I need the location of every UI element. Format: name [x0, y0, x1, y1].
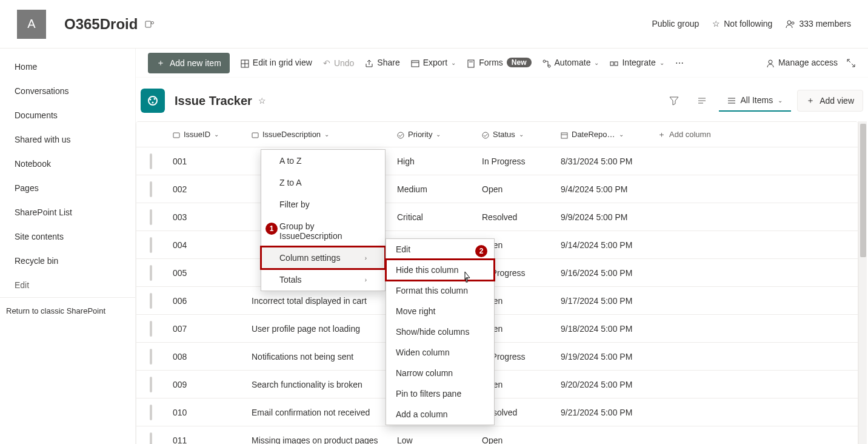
more-commands[interactable]: ⋯: [675, 58, 684, 68]
chevron-down-icon: ⌄: [778, 97, 783, 104]
table-row[interactable]: 007 User profile page not loading Open 9…: [136, 315, 858, 343]
svg-rect-30: [561, 133, 567, 138]
table-row[interactable]: 005 In Progress 9/16/2024 5:00 PM: [136, 259, 858, 287]
row-select-handle[interactable]: [136, 265, 165, 281]
text-column-icon: [173, 130, 180, 139]
scrollbar-thumb[interactable]: [860, 124, 866, 257]
cell-issueid: 009: [165, 380, 244, 389]
export-button[interactable]: Export ⌄: [411, 58, 456, 67]
column-header-priority[interactable]: Priority ⌄: [390, 130, 475, 139]
command-bar: ＋ Add new item Edit in grid view ↶ Undo …: [136, 49, 868, 78]
cell-issueid: 006: [165, 296, 244, 306]
favorite-star-icon[interactable]: ☆: [258, 96, 266, 106]
share-button[interactable]: Share: [365, 58, 399, 67]
sort-az[interactable]: A to Z: [261, 150, 385, 172]
row-select-handle[interactable]: [136, 405, 165, 420]
row-select-handle[interactable]: [136, 377, 165, 392]
chevron-down-icon: ⌄: [594, 59, 599, 66]
automate-button[interactable]: Automate ⌄: [542, 58, 599, 67]
row-select-handle[interactable]: [136, 293, 165, 309]
submenu-pin[interactable]: Pin to filters pane: [386, 383, 494, 404]
add-view-button[interactable]: ＋ Add view: [797, 90, 863, 112]
grid-icon: [241, 58, 249, 67]
column-settings[interactable]: Column settings ›: [261, 247, 385, 269]
cell-issueid: 010: [165, 408, 244, 417]
group-by[interactable]: Group by IssueDescription: [261, 215, 385, 247]
info-pane-icon[interactable]: [691, 90, 713, 112]
table-row[interactable]: 008 Notifications not being sent In Prog…: [136, 343, 858, 371]
svg-rect-27: [252, 133, 258, 138]
submenu-move-right[interactable]: Move right: [386, 301, 494, 321]
expand-icon: [846, 58, 856, 68]
nav-recycle-bin[interactable]: Recycle bin: [0, 249, 135, 273]
row-select-handle[interactable]: [136, 349, 165, 365]
cell-issueid: 003: [165, 212, 244, 222]
forms-icon: [467, 58, 475, 67]
table-row[interactable]: 011 Missing images on product pages Low …: [136, 426, 858, 444]
undo-button[interactable]: ↶ Undo: [323, 58, 354, 68]
nav-home[interactable]: Home: [0, 55, 135, 79]
nav-shared[interactable]: Shared with us: [0, 127, 135, 152]
submenu-show-hide[interactable]: Show/hide columns: [386, 321, 494, 342]
integrate-icon: [610, 58, 618, 67]
column-header-description[interactable]: IssueDescription ⌄: [244, 130, 390, 139]
svg-point-12: [548, 65, 550, 67]
nav-notebook[interactable]: Notebook: [0, 152, 135, 176]
manage-access-button[interactable]: Manage access: [766, 58, 838, 67]
add-column-button[interactable]: ＋ Add column: [650, 129, 735, 140]
row-select-handle[interactable]: [136, 321, 165, 337]
row-select-handle[interactable]: [136, 153, 165, 169]
table-row[interactable]: 003 Critical Resolved 9/9/2024 5:00 PM: [136, 203, 858, 231]
add-item-button[interactable]: ＋ Add new item: [148, 53, 230, 73]
forms-button[interactable]: Forms New: [467, 58, 531, 67]
submenu-hide-column[interactable]: Hide this column: [386, 260, 494, 280]
svg-rect-7: [412, 61, 419, 67]
return-classic-link[interactable]: Return to classic SharePoint: [0, 297, 135, 324]
nav-pages[interactable]: Pages: [0, 176, 135, 200]
nav-sharepoint-list[interactable]: SharePoint List: [0, 200, 135, 224]
table-row[interactable]: 004 Open 9/14/2024 5:00 PM: [136, 231, 858, 259]
cell-issueid: 004: [165, 240, 244, 250]
cell-status: In Progress: [475, 156, 553, 166]
table-row[interactable]: 006 Incorrect total displayed in cart Op…: [136, 287, 858, 315]
row-select-handle[interactable]: [136, 209, 165, 225]
teams-icon[interactable]: [145, 19, 155, 30]
group-avatar: A: [17, 10, 46, 39]
filter-pane-icon[interactable]: [663, 90, 685, 112]
row-select-handle[interactable]: [136, 237, 165, 253]
submenu-format[interactable]: Format this column: [386, 280, 494, 301]
row-select-handle[interactable]: [136, 181, 165, 197]
members-link[interactable]: 333 members: [786, 19, 851, 29]
cell-date: 9/17/2024 5:00 PM: [553, 296, 650, 306]
edit-grid-button[interactable]: Edit in grid view: [241, 58, 312, 67]
follow-toggle[interactable]: ☆ Not following: [712, 19, 772, 29]
view-selector[interactable]: All Items ⌄: [719, 90, 792, 112]
star-icon: ☆: [712, 19, 720, 29]
nav-edit[interactable]: Edit: [0, 273, 135, 297]
sort-za[interactable]: Z to A: [261, 172, 385, 193]
annotation-badge-2: 2: [475, 245, 487, 257]
vertical-scrollbar[interactable]: [858, 121, 867, 444]
table-row[interactable]: 001 High In Progress 8/31/2024 5:00 PM: [136, 147, 858, 175]
table-row[interactable]: 002 Medium Open 9/4/2024 5:00 PM: [136, 175, 858, 203]
expand-button[interactable]: [846, 58, 856, 68]
column-header-issueid[interactable]: IssueID ⌄: [165, 130, 244, 139]
nav-documents[interactable]: Documents: [0, 103, 135, 127]
nav-conversations[interactable]: Conversations: [0, 79, 135, 103]
list-grid: IssueID ⌄ IssueDescription ⌄ Priority ⌄: [136, 121, 858, 444]
filter-by[interactable]: Filter by: [261, 193, 385, 215]
column-header-status[interactable]: Status ⌄: [475, 130, 553, 139]
integrate-button[interactable]: Integrate ⌄: [610, 58, 664, 67]
column-header-date[interactable]: DateRepo… ⌄: [553, 130, 650, 139]
table-row[interactable]: 010 Email confirmation not received Reso…: [136, 399, 858, 426]
totals[interactable]: Totals ›: [261, 269, 385, 291]
cell-priority: High: [390, 156, 475, 166]
submenu-widen[interactable]: Widen column: [386, 342, 494, 363]
mouse-cursor-icon: [462, 271, 472, 283]
submenu-narrow[interactable]: Narrow column: [386, 363, 494, 383]
submenu-add-column[interactable]: Add a column: [386, 404, 494, 425]
date-column-icon: [561, 130, 568, 139]
row-select-handle[interactable]: [136, 432, 165, 445]
table-row[interactable]: 009 Search functionality is broken Open …: [136, 371, 858, 399]
nav-site-contents[interactable]: Site contents: [0, 224, 135, 249]
